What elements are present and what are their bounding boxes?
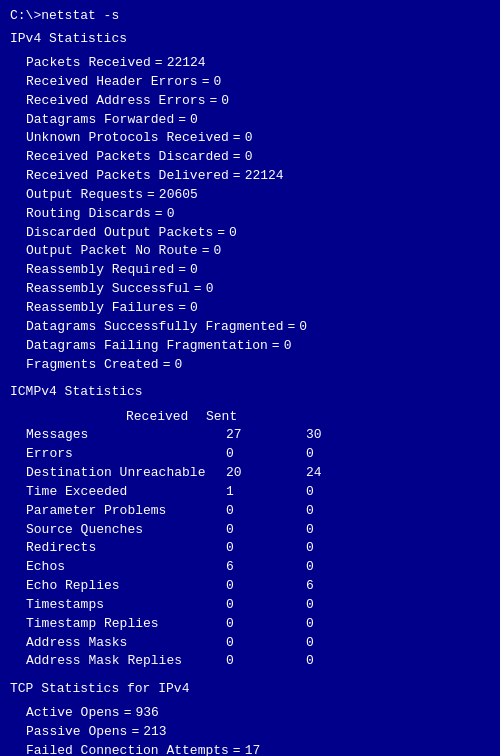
list-item: Output Requests = 20605: [10, 186, 490, 205]
icmp-row-label: Timestamp Replies: [26, 615, 206, 634]
icmp-row-sent: 0: [286, 502, 366, 521]
stat-equals: =: [178, 299, 186, 318]
icmp-row-label: Timestamps: [26, 596, 206, 615]
icmpv4-title: ICMPv4 Statistics: [10, 384, 490, 399]
icmp-row-received: 0: [206, 652, 286, 671]
stat-value: 0: [229, 224, 237, 243]
stat-equals: =: [287, 318, 295, 337]
icmp-row-sent: 6: [286, 577, 366, 596]
stat-value: 213: [143, 723, 166, 742]
list-item: Failed Connection Attempts = 17: [10, 742, 490, 756]
icmp-row-label: Source Quenches: [26, 521, 206, 540]
stat-value: 0: [206, 280, 214, 299]
stat-value: 20605: [159, 186, 198, 205]
stat-label: Received Address Errors: [26, 92, 205, 111]
list-item: Messages2730: [26, 426, 490, 445]
list-item: Fragments Created = 0: [10, 356, 490, 375]
icmp-row-received: 0: [206, 577, 286, 596]
icmp-row-sent: 0: [286, 445, 366, 464]
list-item: Received Header Errors = 0: [10, 73, 490, 92]
icmpv4-sent-header: Sent: [206, 409, 286, 424]
icmp-row-label: Messages: [26, 426, 206, 445]
icmp-row-received: 6: [206, 558, 286, 577]
stat-equals: =: [124, 704, 132, 723]
icmp-row-received: 27: [206, 426, 286, 445]
list-item: Reassembly Successful = 0: [10, 280, 490, 299]
list-item: Redirects00: [26, 539, 490, 558]
stat-label: Reassembly Failures: [26, 299, 174, 318]
list-item: Received Address Errors = 0: [10, 92, 490, 111]
icmp-row-received: 0: [206, 634, 286, 653]
stat-value: 0: [245, 129, 253, 148]
stat-label: Fragments Created: [26, 356, 159, 375]
stat-label: Output Requests: [26, 186, 143, 205]
icmp-row-received: 0: [206, 539, 286, 558]
ipv4-stats-list: Packets Received = 22124Received Header …: [10, 54, 490, 374]
icmp-row-sent: 30: [286, 426, 366, 445]
list-item: Datagrams Failing Fragmentation = 0: [10, 337, 490, 356]
stat-value: 0: [221, 92, 229, 111]
stat-value: 936: [135, 704, 158, 723]
icmp-row-received: 0: [206, 615, 286, 634]
icmp-row-sent: 0: [286, 634, 366, 653]
list-item: Datagrams Successfully Fragmented = 0: [10, 318, 490, 337]
stat-value: 0: [213, 73, 221, 92]
list-item: Datagrams Forwarded = 0: [10, 111, 490, 130]
stat-label: Routing Discards: [26, 205, 151, 224]
icmp-row-label: Echo Replies: [26, 577, 206, 596]
stat-value: 17: [245, 742, 261, 756]
icmp-row-label: Address Mask Replies: [26, 652, 206, 671]
icmp-row-sent: 24: [286, 464, 366, 483]
icmp-row-received: 0: [206, 445, 286, 464]
stat-equals: =: [233, 129, 241, 148]
list-item: Discarded Output Packets = 0: [10, 224, 490, 243]
icmpv4-table: Received Sent Messages2730Errors00Destin…: [10, 409, 490, 671]
list-item: Time Exceeded10: [26, 483, 490, 502]
icmpv4-received-header: Received: [126, 409, 206, 424]
stat-equals: =: [202, 73, 210, 92]
stat-equals: =: [178, 111, 186, 130]
ipv4-title: IPv4 Statistics: [10, 31, 490, 46]
icmp-row-label: Address Masks: [26, 634, 206, 653]
stat-value: 0: [190, 299, 198, 318]
stat-label: Unknown Protocols Received: [26, 129, 229, 148]
stat-value: 0: [299, 318, 307, 337]
stat-label: Received Packets Discarded: [26, 148, 229, 167]
stat-label: Passive Opens: [26, 723, 127, 742]
tcp-stats-list: Active Opens = 936Passive Opens = 213Fai…: [10, 704, 490, 756]
list-item: Packets Received = 22124: [10, 54, 490, 73]
list-item: Echos60: [26, 558, 490, 577]
stat-equals: =: [209, 92, 217, 111]
list-item: Address Masks00: [26, 634, 490, 653]
stat-value: 0: [190, 261, 198, 280]
tcp-section: TCP Statistics for IPv4 Active Opens = 9…: [10, 681, 490, 756]
list-item: Unknown Protocols Received = 0: [10, 129, 490, 148]
stat-label: Datagrams Successfully Fragmented: [26, 318, 283, 337]
stat-label: Packets Received: [26, 54, 151, 73]
stat-equals: =: [217, 224, 225, 243]
stat-value: 0: [174, 356, 182, 375]
list-item: Active Opens = 936: [10, 704, 490, 723]
list-item: Errors00: [26, 445, 490, 464]
icmp-row-received: 0: [206, 502, 286, 521]
command-prompt: C:\>netstat -s: [10, 8, 490, 23]
stat-value: 22124: [167, 54, 206, 73]
stat-equals: =: [155, 205, 163, 224]
icmp-row-label: Time Exceeded: [26, 483, 206, 502]
list-item: Reassembly Failures = 0: [10, 299, 490, 318]
icmp-row-received: 0: [206, 596, 286, 615]
stat-equals: =: [272, 337, 280, 356]
list-item: Timestamp Replies00: [26, 615, 490, 634]
tcp-title: TCP Statistics for IPv4: [10, 681, 490, 696]
stat-equals: =: [233, 167, 241, 186]
icmp-row-label: Redirects: [26, 539, 206, 558]
icmp-row-sent: 0: [286, 483, 366, 502]
icmp-row-sent: 0: [286, 596, 366, 615]
icmp-row-sent: 0: [286, 652, 366, 671]
list-item: Output Packet No Route = 0: [10, 242, 490, 261]
stat-label: Active Opens: [26, 704, 120, 723]
stat-label: Received Packets Delivered: [26, 167, 229, 186]
stat-equals: =: [233, 742, 241, 756]
stat-equals: =: [178, 261, 186, 280]
stat-value: 22124: [245, 167, 284, 186]
